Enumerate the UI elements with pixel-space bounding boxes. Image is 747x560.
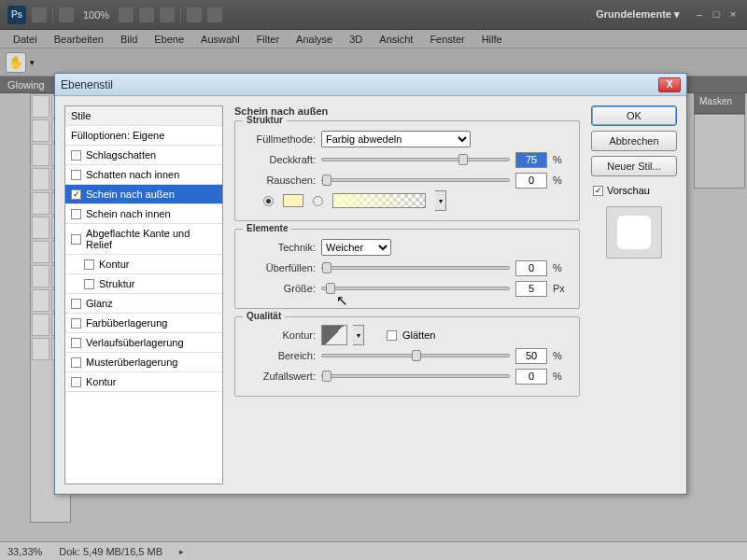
app-toolbar: Ps 100% Grundelemente ▾ – □ ×: [0, 0, 747, 30]
style-item[interactable]: Farbüberlagerung: [65, 314, 222, 333]
status-bar: 33,33% Dok: 5,49 MB/16,5 MB ▸: [0, 541, 747, 560]
style-item[interactable]: Schein nach außen: [65, 185, 222, 204]
tool[interactable]: [32, 314, 49, 336]
fill-options-row[interactable]: Fülloptionen: Eigene: [65, 126, 222, 146]
style-checkbox[interactable]: [71, 189, 81, 200]
tool[interactable]: [32, 289, 49, 312]
screen-mode-icon[interactable]: [187, 7, 202, 22]
size-label: Größe:: [245, 283, 316, 294]
range-input[interactable]: [515, 348, 547, 364]
style-checkbox[interactable]: [71, 234, 81, 245]
zoom-icon[interactable]: [139, 7, 154, 22]
spread-slider[interactable]: [321, 266, 510, 270]
style-item[interactable]: Struktur: [65, 274, 222, 294]
color-swatch[interactable]: [283, 194, 303, 207]
noise-slider[interactable]: [321, 178, 510, 182]
jitter-input[interactable]: [515, 369, 547, 385]
hand-icon[interactable]: [119, 7, 134, 22]
maximize-icon[interactable]: □: [710, 8, 723, 21]
menu-auswahl[interactable]: Auswahl: [193, 32, 247, 47]
style-checkbox[interactable]: [71, 318, 81, 329]
color-radio[interactable]: [263, 196, 274, 206]
style-item[interactable]: Musterüberlagerung: [65, 353, 222, 372]
tool[interactable]: [32, 241, 49, 263]
menu-hilfe[interactable]: Hilfe: [474, 32, 510, 47]
opacity-input[interactable]: [515, 152, 547, 168]
style-checkbox[interactable]: [71, 170, 81, 180]
tool[interactable]: [32, 338, 49, 360]
menu-fenster[interactable]: Fenster: [422, 32, 472, 47]
document-tab[interactable]: Glowing: [7, 79, 45, 91]
bridge-icon[interactable]: [32, 7, 47, 22]
size-slider[interactable]: [321, 287, 510, 290]
style-item[interactable]: Abgeflachte Kante und Relief: [65, 224, 222, 255]
style-checkbox[interactable]: [71, 338, 81, 348]
minimize-icon[interactable]: –: [693, 8, 706, 21]
blend-mode-select[interactable]: Farbig abwedeln: [321, 131, 471, 147]
zoom-status[interactable]: 33,33%: [7, 546, 42, 557]
zoom-level[interactable]: 100%: [79, 7, 113, 22]
spread-input[interactable]: [515, 260, 547, 276]
menu-ebene[interactable]: Ebene: [147, 32, 191, 47]
arrange-icon[interactable]: [59, 7, 74, 22]
ok-button[interactable]: OK: [591, 105, 677, 126]
opacity-slider[interactable]: [321, 158, 510, 161]
menu-bearbeiten[interactable]: Bearbeiten: [47, 32, 111, 47]
range-slider[interactable]: [321, 354, 510, 357]
gradient-swatch[interactable]: [332, 193, 426, 208]
menu-datei[interactable]: Datei: [6, 32, 45, 47]
tool[interactable]: [32, 95, 49, 118]
style-checkbox[interactable]: [84, 259, 94, 270]
style-item[interactable]: Schlagschatten: [65, 146, 222, 165]
style-item[interactable]: Kontur: [65, 372, 222, 392]
tool[interactable]: [32, 217, 49, 239]
dialog-close-button[interactable]: X: [658, 77, 681, 92]
styles-header[interactable]: Stile: [65, 106, 222, 126]
panel-tab[interactable]: Masken: [694, 93, 745, 114]
style-checkbox[interactable]: [71, 299, 81, 309]
style-item[interactable]: Kontur: [65, 255, 222, 274]
gradient-dropdown[interactable]: ▾: [435, 190, 446, 211]
menu-bild[interactable]: Bild: [113, 32, 145, 47]
menu-filter[interactable]: Filter: [249, 32, 287, 47]
style-item[interactable]: Schatten nach innen: [65, 165, 222, 185]
new-style-button[interactable]: Neuer Stil...: [591, 156, 677, 176]
style-checkbox[interactable]: [71, 357, 81, 368]
jitter-slider[interactable]: [321, 374, 510, 378]
contour-dropdown[interactable]: ▾: [353, 325, 364, 345]
close-icon[interactable]: ×: [726, 8, 740, 21]
menu-3d[interactable]: 3D: [342, 32, 370, 47]
style-checkbox[interactable]: [71, 150, 81, 161]
tool[interactable]: [32, 168, 49, 190]
style-checkbox[interactable]: [71, 209, 81, 219]
noise-input[interactable]: [515, 173, 547, 189]
style-checkbox[interactable]: [71, 377, 81, 387]
gradient-radio[interactable]: [313, 196, 323, 206]
blend-mode-label: Füllmethode:: [245, 133, 316, 145]
style-label: Kontur: [99, 259, 129, 270]
contour-swatch[interactable]: [321, 325, 347, 345]
preview-checkbox[interactable]: [593, 186, 603, 196]
cancel-button[interactable]: Abbrechen: [591, 131, 677, 151]
style-checkbox[interactable]: [84, 279, 94, 289]
style-item[interactable]: Verlaufsüberlagerung: [65, 333, 222, 353]
tool[interactable]: [32, 144, 49, 166]
doc-status[interactable]: Dok: 5,49 MB/16,5 MB: [59, 546, 162, 557]
workspace-switcher[interactable]: Grundelemente ▾: [596, 8, 687, 21]
size-input[interactable]: [515, 281, 547, 297]
extras-icon[interactable]: [207, 7, 222, 22]
style-item[interactable]: Glanz: [65, 294, 222, 314]
style-label: Glanz: [86, 298, 113, 309]
antialias-checkbox[interactable]: [387, 330, 397, 341]
dialog-title-text: Ebenenstil: [61, 78, 658, 91]
menu-ansicht[interactable]: Ansicht: [372, 32, 420, 47]
tool[interactable]: [32, 119, 49, 142]
style-item[interactable]: Schein nach innen: [65, 204, 222, 224]
dialog-titlebar[interactable]: Ebenenstil X: [55, 74, 686, 96]
technique-select[interactable]: Weicher: [321, 239, 391, 256]
hand-tool-icon[interactable]: ✋: [6, 52, 26, 73]
rotate-icon[interactable]: [160, 7, 175, 22]
menu-analyse[interactable]: Analyse: [289, 32, 340, 47]
tool[interactable]: [32, 265, 49, 287]
tool[interactable]: [32, 192, 49, 215]
